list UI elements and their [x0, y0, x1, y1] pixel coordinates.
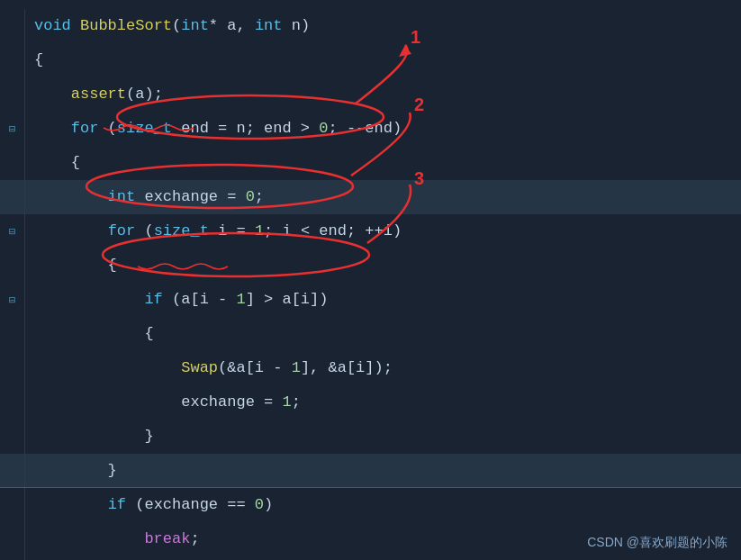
gutter-7: ⊟: [0, 214, 25, 248]
line-content-14: }: [25, 454, 117, 488]
line-content-5: {: [25, 146, 80, 180]
line-content-15: if (exchange == 0): [25, 488, 273, 522]
code-line-2: {: [0, 43, 741, 77]
code-line-9: ⊟ if (a[i - 1] > a[i]): [0, 283, 741, 317]
code-line-3: assert(a);: [0, 77, 741, 112]
gutter-9: ⊟: [0, 283, 25, 317]
gutter-2: [0, 43, 25, 77]
gutter-13: [0, 420, 25, 454]
line-content-12: exchange = 1;: [25, 385, 301, 420]
fold-icon-4[interactable]: ⊟: [9, 122, 15, 136]
gutter-8: [0, 248, 25, 283]
line-content-7: for (size_t i = 1; i < end; ++i): [25, 214, 402, 248]
code-line-8: {: [0, 248, 741, 283]
gutter-3: [0, 77, 25, 112]
watermark: CSDN @喜欢刷题的小陈: [587, 535, 727, 551]
line-content-9: if (a[i - 1] > a[i]): [25, 283, 328, 317]
gutter-11: [0, 351, 25, 385]
gutter-12: [0, 385, 25, 420]
code-line-12: exchange = 1;: [0, 385, 741, 420]
gutter-5: [0, 146, 25, 180]
fold-icon-7[interactable]: ⊟: [9, 225, 15, 239]
fold-icon-9[interactable]: ⊟: [9, 294, 15, 307]
line-content-3: assert(a);: [25, 77, 163, 112]
code-editor: void BubbleSort(int* a, int n) { assert(…: [0, 0, 741, 560]
code-line-4: ⊟ for (size_t end = n; end > 0; --end): [0, 112, 741, 146]
line-content-13: }: [25, 420, 154, 454]
code-line-17: }: [0, 556, 741, 560]
line-content-17: }: [25, 556, 80, 560]
code-line-5: {: [0, 146, 741, 180]
line-content-16: break;: [25, 522, 200, 556]
line-content-10: {: [25, 317, 154, 351]
code-line-14: }: [0, 454, 741, 488]
line-content-2: {: [25, 43, 43, 77]
code-line-15: if (exchange == 0): [0, 488, 741, 522]
gutter-10: [0, 317, 25, 351]
line-content-1: void BubbleSort(int* a, int n): [25, 9, 310, 43]
gutter-6: [0, 180, 25, 214]
gutter-17: [0, 556, 25, 560]
line-content-6: int exchange = 0;: [25, 180, 264, 214]
code-line-13: }: [0, 420, 741, 454]
gutter-4: ⊟: [0, 112, 25, 146]
gutter-1: [0, 9, 25, 43]
code-line-6: int exchange = 0;: [0, 180, 741, 214]
line-content-11: Swap(&a[i - 1], &a[i]);: [25, 351, 393, 385]
gutter-16: [0, 522, 25, 556]
code-line-11: Swap(&a[i - 1], &a[i]);: [0, 351, 741, 385]
code-line-1: void BubbleSort(int* a, int n): [0, 9, 741, 43]
line-content-8: {: [25, 248, 117, 283]
gutter-14: [0, 454, 25, 487]
gutter-15: [0, 488, 25, 522]
code-line-7: ⊟ for (size_t i = 1; i < end; ++i): [0, 214, 741, 248]
code-line-10: {: [0, 317, 741, 351]
line-content-4: for (size_t end = n; end > 0; --end): [25, 112, 402, 146]
